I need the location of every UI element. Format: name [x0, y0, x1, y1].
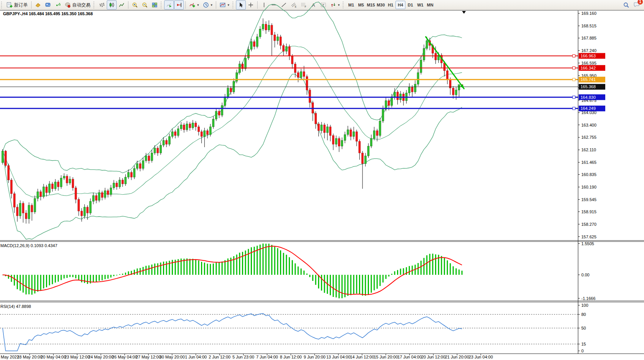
- macd-bar: [17, 275, 18, 289]
- line-end-marker[interactable]: [573, 107, 575, 110]
- macd-bar: [429, 254, 430, 275]
- macd-bar: [459, 270, 460, 275]
- candle-body: [125, 177, 127, 184]
- candle-body: [288, 46, 290, 56]
- macd-bar: [218, 262, 220, 275]
- macd-bar: [339, 275, 340, 298]
- macd-bar: [286, 255, 287, 275]
- candle-body: [324, 125, 326, 133]
- chart-title: GBPJPY-,H4 165.484 165.495 165.350 165.3…: [3, 11, 93, 16]
- candle-body: [435, 53, 437, 60]
- candle-body: [207, 131, 209, 135]
- macd-bar: [435, 254, 436, 275]
- macd-bar: [356, 275, 357, 293]
- candle-body: [364, 156, 366, 163]
- candle-body: [136, 163, 138, 168]
- macd-bar: [14, 275, 15, 285]
- price-scale-label: 166.595: [581, 61, 597, 65]
- macd-bar: [101, 275, 103, 281]
- macd-bar: [195, 259, 196, 275]
- line-end-marker[interactable]: [573, 96, 575, 98]
- candle-body: [168, 136, 170, 144]
- macd-bar: [93, 275, 94, 282]
- candle-body: [160, 145, 161, 153]
- trend-arrow-line[interactable]: [426, 36, 464, 89]
- time-axis-label: 23 Jun 04:00: [469, 355, 493, 359]
- macd-bar: [119, 274, 120, 275]
- candle-body: [382, 109, 384, 121]
- candle-body: [54, 182, 56, 189]
- macd-bar: [55, 275, 56, 282]
- macd-bar: [248, 249, 249, 275]
- macd-bar: [216, 263, 217, 275]
- candle-body: [350, 130, 352, 136]
- candle-body: [303, 71, 305, 76]
- time-axis-label: 23 May 12:00: [65, 355, 90, 359]
- candle-body: [455, 90, 457, 95]
- macd-bar: [113, 275, 114, 276]
- macd-signal-line: [3, 246, 462, 295]
- candle-body: [227, 88, 229, 97]
- candle-body: [379, 121, 381, 135]
- chart-canvas[interactable]: 169.160168.515167.885167.240166.595165.9…: [0, 0, 644, 360]
- candle-body: [268, 25, 270, 30]
- time-axis-label: 1 Jun 04:00: [185, 355, 207, 359]
- candle-body: [107, 191, 109, 195]
- macd-bar: [251, 247, 252, 275]
- candle-body: [230, 88, 232, 92]
- candle-body: [2, 151, 4, 163]
- macd-bar: [347, 275, 348, 296]
- candle-body: [37, 192, 39, 198]
- macd-bar: [373, 275, 375, 290]
- candle-body: [362, 153, 364, 163]
- candle-body: [221, 106, 223, 116]
- price-scale-label: 163.400: [581, 123, 597, 127]
- macd-bar: [75, 275, 76, 278]
- macd-bar: [189, 259, 190, 275]
- candle-body: [186, 124, 188, 130]
- macd-bar: [169, 261, 170, 275]
- macd-bar: [318, 275, 319, 289]
- candle-body: [104, 191, 106, 198]
- candle-body: [376, 131, 378, 136]
- line-end-marker[interactable]: [573, 55, 575, 57]
- macd-bar: [383, 275, 384, 282]
- candle-body: [195, 123, 197, 127]
- macd-bar: [342, 275, 343, 298]
- macd-bar: [99, 275, 100, 281]
- candle-body: [332, 136, 334, 144]
- price-scale-label: 167.885: [581, 36, 597, 40]
- macd-bar: [315, 275, 316, 285]
- candle-body: [285, 46, 287, 51]
- time-axis-label: 9 Jun 20:00: [304, 355, 326, 359]
- line-end-marker[interactable]: [573, 67, 575, 69]
- macd-bar: [359, 275, 360, 294]
- price-scale-label: 167.240: [581, 48, 597, 53]
- candle-body: [262, 24, 264, 29]
- macd-bar: [187, 259, 188, 275]
- macd-bar: [456, 268, 457, 275]
- macd-bar: [418, 263, 419, 275]
- macd-bar: [400, 269, 401, 275]
- macd-bar: [333, 275, 334, 297]
- macd-bar: [151, 265, 152, 275]
- macd-bar: [49, 275, 50, 285]
- time-axis-label: 13 Jun 04:00: [326, 355, 351, 359]
- candle-body: [265, 24, 267, 30]
- rsi-scale-label: 15: [581, 342, 586, 346]
- line-end-marker[interactable]: [573, 78, 575, 81]
- macd-bar: [110, 275, 111, 278]
- candle-body: [31, 205, 33, 212]
- macd-bar: [380, 275, 381, 286]
- candle-body: [189, 124, 191, 128]
- candle-body: [408, 87, 410, 93]
- macd-bar: [210, 264, 211, 275]
- chart-shift-marker[interactable]: [462, 11, 466, 14]
- price-badge-label: 165.368: [581, 84, 596, 89]
- macd-scale-label: -1.1666: [581, 296, 595, 301]
- macd-bar: [444, 258, 445, 275]
- macd-bar: [271, 245, 272, 275]
- macd-bar: [160, 263, 161, 275]
- macd-bar: [84, 275, 85, 283]
- candle-body: [411, 87, 413, 92]
